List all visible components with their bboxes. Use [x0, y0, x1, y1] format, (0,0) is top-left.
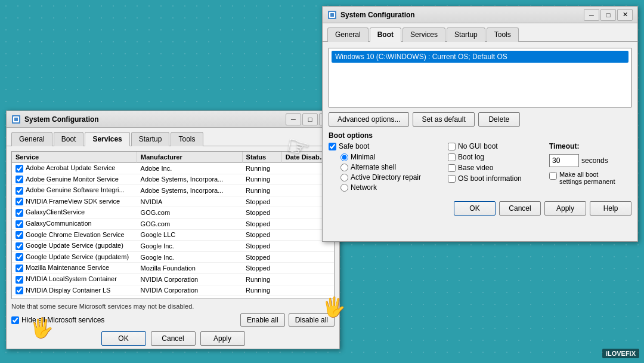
make-permanent-option[interactable]: Make all boot settings permanent — [549, 171, 621, 185]
make-permanent-checkbox[interactable] — [549, 172, 557, 180]
active-directory-radio[interactable] — [340, 174, 348, 182]
tab-tools[interactable]: Tools — [171, 132, 203, 146]
boot-action-buttons: Advanced options... Set as default Delet… — [329, 112, 631, 127]
boot-ok-button[interactable]: OK — [454, 201, 496, 216]
service-checkbox[interactable] — [16, 253, 23, 261]
service-checkbox[interactable] — [16, 231, 23, 239]
tab-services[interactable]: Services — [85, 132, 129, 146]
svg-rect-2 — [14, 118, 18, 121]
table-row[interactable]: Google Update Service (gupdate)Google In… — [12, 241, 334, 252]
table-row[interactable]: GalaxyCommunicationGOG.comStopped — [12, 218, 334, 229]
table-row[interactable]: Adobe Acrobat Update ServiceAdobe Inc.Ru… — [12, 163, 334, 174]
no-gui-checkbox[interactable] — [448, 143, 456, 150]
alternate-shell-radio[interactable] — [340, 164, 348, 171]
service-status: Running — [242, 285, 281, 296]
service-checkbox[interactable] — [16, 176, 23, 183]
boot-content: Windows 10 (C:\WINDOWS) : Current OS; De… — [323, 42, 637, 222]
no-gui-option[interactable]: No GUI boot — [448, 142, 543, 150]
maximize-button[interactable]: □ — [302, 113, 318, 125]
active-directory-option[interactable]: Active Directory repair — [340, 173, 448, 182]
service-name: NVIDIA LocalSystem Container — [26, 275, 117, 282]
timeout-label: Timeout: — [549, 142, 621, 150]
alternate-shell-label: Alternate shell — [351, 163, 396, 171]
table-row[interactable]: Mozilla Maintenance ServiceMozilla Found… — [12, 263, 334, 274]
table-row[interactable]: NVIDIA Display Container LSNVIDIA Corpor… — [12, 285, 334, 296]
alternate-shell-option[interactable]: Alternate shell — [340, 163, 448, 171]
service-checkbox[interactable] — [16, 287, 23, 294]
service-checkbox[interactable] — [16, 165, 23, 173]
cancel-button[interactable]: Cancel — [151, 331, 196, 346]
col-service[interactable]: Service — [12, 152, 137, 163]
boot-tab-services[interactable]: Services — [402, 27, 445, 42]
col-status[interactable]: Status — [242, 152, 281, 163]
service-manufacturer: Adobe Inc. — [137, 163, 243, 174]
service-checkbox[interactable] — [16, 187, 23, 195]
service-manufacturer: GOG.com — [137, 207, 243, 219]
table-row[interactable]: NVIDIA FrameView SDK serviceNVIDIAStoppe… — [12, 196, 334, 207]
table-row[interactable]: Adobe Genuine Software Integri...Adobe S… — [12, 185, 334, 196]
ok-button[interactable]: OK — [101, 331, 146, 346]
hide-ms-checkbox[interactable] — [11, 316, 19, 324]
service-checkbox[interactable] — [16, 276, 23, 284]
service-manufacturer: GOG.com — [137, 218, 243, 229]
enable-all-button[interactable]: Enable all — [240, 313, 285, 327]
boot-entry[interactable]: Windows 10 (C:\WINDOWS) : Current OS; De… — [332, 51, 628, 63]
minimize-button[interactable]: ─ — [286, 113, 301, 125]
boot-tab-general[interactable]: General — [327, 27, 369, 42]
network-radio[interactable] — [340, 184, 348, 192]
delete-button[interactable]: Delete — [478, 112, 520, 127]
base-video-option[interactable]: Base video — [448, 164, 543, 172]
tab-general[interactable]: General — [11, 132, 52, 146]
service-name: Google Update Service (gupdate) — [26, 242, 123, 249]
service-status: Stopped — [242, 218, 281, 229]
table-row[interactable]: GalaxyClientServiceGOG.comStopped — [12, 207, 334, 219]
boot-cancel-button[interactable]: Cancel — [499, 201, 541, 216]
set-default-button[interactable]: Set as default — [413, 112, 474, 127]
boot-log-checkbox[interactable] — [448, 153, 456, 161]
network-option[interactable]: Network — [340, 183, 448, 192]
service-name-cell: GalaxyCommunication — [12, 218, 137, 229]
boot-tab-boot[interactable]: Boot — [370, 27, 401, 42]
safe-boot-checkbox[interactable] — [329, 143, 336, 150]
os-boot-option[interactable]: OS boot information — [448, 174, 543, 183]
disable-all-button[interactable]: Disable all — [289, 313, 335, 327]
minimal-radio[interactable] — [340, 153, 348, 161]
table-row[interactable]: NVIDIA LocalSystem ContainerNVIDIA Corpo… — [12, 273, 334, 285]
service-checkbox[interactable] — [16, 220, 23, 228]
minimal-option[interactable]: Minimal — [340, 153, 448, 161]
service-name: NVIDIA Display Container LS — [26, 287, 110, 294]
watermark: iLOVEFiX — [602, 349, 639, 358]
table-row[interactable]: Google Update Service (gupdatem)Google I… — [12, 251, 334, 263]
service-checkbox[interactable] — [16, 198, 23, 205]
boot-apply-button[interactable]: Apply — [544, 201, 586, 216]
service-name: GalaxyCommunication — [26, 220, 92, 227]
advanced-options-button[interactable]: Advanced options... — [329, 112, 409, 127]
safe-boot-option[interactable]: Safe boot — [329, 142, 448, 150]
services-dialog-buttons: OK Cancel Apply — [11, 331, 335, 346]
boot-minimize-button[interactable]: ─ — [584, 9, 599, 21]
apply-button[interactable]: Apply — [200, 331, 245, 346]
boot-log-label: Boot log — [458, 153, 484, 161]
service-checkbox[interactable] — [16, 209, 23, 217]
service-checkbox[interactable] — [16, 242, 23, 250]
boot-tab-startup[interactable]: Startup — [447, 27, 485, 42]
table-row[interactable]: Google Chrome Elevation ServiceGoogle LL… — [12, 229, 334, 241]
boot-tab-tools[interactable]: Tools — [487, 27, 519, 42]
services-table[interactable]: Service Manufacturer Status Date Disab..… — [11, 151, 335, 299]
col-manufacturer[interactable]: Manufacturer — [137, 152, 243, 163]
services-content: Service Manufacturer Status Date Disab..… — [7, 146, 339, 350]
boot-log-option[interactable]: Boot log — [448, 153, 543, 161]
hide-ms-label[interactable]: Hide all Microsoft services — [11, 316, 104, 324]
boot-help-button[interactable]: Help — [590, 201, 631, 216]
boot-tab-bar: General Boot Services Startup Tools — [323, 23, 637, 42]
base-video-checkbox[interactable] — [448, 164, 456, 172]
timeout-input[interactable] — [549, 154, 579, 167]
boot-close-button[interactable]: ✕ — [617, 9, 633, 21]
tab-boot[interactable]: Boot — [54, 132, 84, 146]
os-boot-checkbox[interactable] — [448, 175, 456, 183]
service-checkbox[interactable] — [16, 264, 23, 272]
table-row[interactable]: Adobe Genuine Monitor ServiceAdobe Syste… — [12, 174, 334, 185]
boot-maximize-button[interactable]: □ — [600, 9, 616, 21]
boot-list-box[interactable]: Windows 10 (C:\WINDOWS) : Current OS; De… — [329, 48, 631, 107]
tab-startup[interactable]: Startup — [131, 132, 170, 146]
